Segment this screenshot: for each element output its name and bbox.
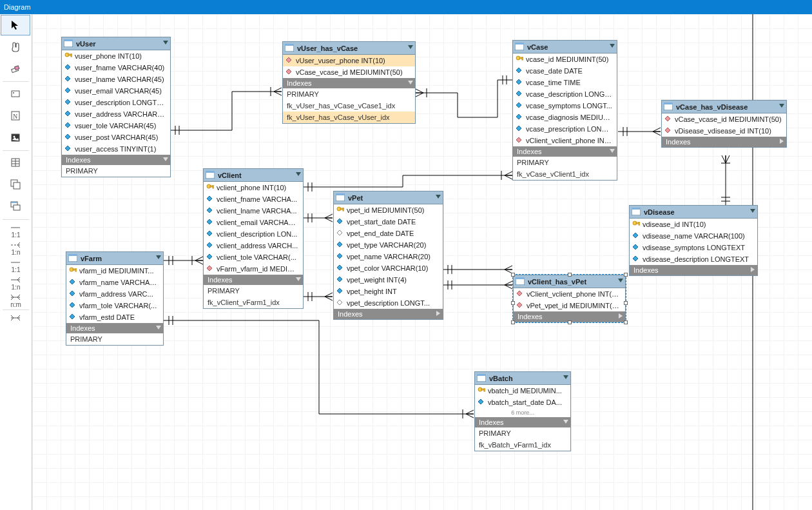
column[interactable]: vpet_weight INT(4) — [334, 274, 443, 286]
more-rows[interactable]: 6 more... — [475, 408, 570, 417]
entity-vclient-has-vpet[interactable]: vClient_has_vPet vClient_vclient_phone I… — [513, 275, 626, 322]
entity-header[interactable]: vClient — [204, 169, 303, 182]
column[interactable]: vdisease_name VARCHAR(100) — [630, 230, 757, 242]
entity-vpet[interactable]: vPet vpet_id MEDIUMINT(50)vpet_start_dat… — [333, 191, 443, 320]
column[interactable]: vuser_post VARCHAR(45) — [62, 132, 170, 143]
entity-vcase-has-vdisease[interactable]: vCase_has_vDisease vCase_vcase_id MEDIUM… — [661, 100, 787, 148]
column[interactable]: vcase_id MEDIUMINT(50) — [513, 54, 617, 65]
tool-pan[interactable] — [0, 36, 31, 58]
index-entry[interactable]: fk_vUser_has_vCase_vUser_idx — [283, 112, 415, 123]
entity-header[interactable]: vPet — [334, 191, 443, 204]
column[interactable]: vClient_vclient_phone INT(10) — [514, 288, 625, 300]
column[interactable]: vdisease_description LONGTEXT — [630, 253, 757, 265]
column[interactable]: vcase_date DATE — [513, 65, 617, 77]
section-indexes[interactable]: Indexes — [630, 265, 757, 275]
tool-view[interactable] — [0, 196, 31, 218]
section-indexes[interactable]: Indexes — [283, 78, 415, 88]
column[interactable]: vuser_address VARCHAR(100) — [62, 108, 170, 120]
column[interactable]: vclient_fname VARCHA... — [204, 193, 303, 205]
column[interactable]: vuser_access TINYINT(1) — [62, 143, 170, 155]
column[interactable]: vfarm_tole VARCHAR(... — [66, 300, 163, 311]
column[interactable]: vpet_description LONGT... — [334, 297, 443, 309]
tool-layer[interactable] — [0, 83, 31, 105]
column[interactable]: vclient_lname VARCHA... — [204, 205, 303, 217]
column[interactable]: vuser_email VARCHAR(45) — [62, 85, 170, 97]
index-entry[interactable]: fk_vUser_has_vCase_vCase1_idx — [283, 100, 415, 112]
tool-tables[interactable] — [0, 174, 31, 196]
entity-header[interactable]: vFarm — [66, 252, 163, 265]
column[interactable]: vfarm_name VARCHAR... — [66, 277, 163, 288]
column[interactable]: vcase_diagnosis MEDIUM... — [513, 112, 617, 123]
section-indexes[interactable]: Indexes — [204, 275, 303, 285]
entity-header[interactable]: vClient_has_vPet — [514, 275, 625, 288]
column[interactable]: vcase_prescription LONG... — [513, 123, 617, 135]
entity-vdisease[interactable]: vDisease vdisease_id INT(10)vdisease_nam… — [629, 205, 758, 276]
entity-vuser-has-vcase[interactable]: vUser_has_vCase vUser_vuser_phone INT(10… — [282, 41, 416, 124]
column[interactable]: vuser_lname VARCHAR(45) — [62, 74, 170, 85]
index-entry[interactable]: PRIMARY — [66, 333, 163, 345]
section-indexes[interactable]: Indexes — [334, 309, 443, 319]
column[interactable]: vbatch_id MEDIUMIN... — [475, 385, 570, 397]
section-indexes[interactable]: Indexes — [513, 146, 617, 157]
column[interactable]: vclient_address VARCH... — [204, 240, 303, 251]
entity-vclient[interactable]: vClient vclient_phone INT(10)vclient_fna… — [203, 168, 304, 309]
column[interactable]: vDisease_vdisease_id INT(10) — [662, 125, 786, 137]
entity-header[interactable]: vUser_has_vCase — [283, 42, 415, 55]
index-entry[interactable]: fk_vBatch_vFarm1_idx — [475, 439, 570, 451]
column[interactable]: vfarm_address VARC... — [66, 288, 163, 300]
entity-vfarm[interactable]: vFarm vfarm_id MEDIUMINT...vfarm_name VA… — [66, 251, 164, 346]
column[interactable]: vdisease_id INT(10) — [630, 219, 757, 230]
column[interactable]: vclient_email VARCHAR... — [204, 217, 303, 228]
section-indexes[interactable]: Indexes — [62, 155, 170, 165]
column[interactable]: vfarm_id MEDIUMINT... — [66, 265, 163, 277]
column[interactable]: vuser_phone INT(10) — [62, 50, 170, 62]
index-entry[interactable]: PRIMARY — [475, 427, 570, 439]
column[interactable]: vCase_vcase_id MEDIUMINT(50) — [283, 66, 415, 78]
column[interactable]: vcase_symptoms LONGT... — [513, 100, 617, 112]
column[interactable]: vFarm_vfarm_id MEDIUMI... — [204, 263, 303, 275]
column[interactable]: vfarm_estd DATE — [66, 311, 163, 323]
section-indexes[interactable]: Indexes — [66, 323, 163, 333]
entity-header[interactable]: vBatch — [475, 372, 570, 385]
tool-table[interactable] — [0, 152, 31, 174]
column[interactable]: vpet_start_date DATE — [334, 216, 443, 228]
entity-header[interactable]: vDisease — [630, 206, 757, 219]
entity-vbatch[interactable]: vBatch vbatch_id MEDIUMIN...vbatch_start… — [474, 371, 571, 451]
section-indexes[interactable]: Indexes — [662, 137, 786, 147]
entity-vcase[interactable]: vCase vcase_id MEDIUMINT(50)vcase_date D… — [512, 40, 617, 181]
column[interactable]: vPet_vpet_id MEDIUMINT(50) — [514, 300, 625, 311]
column[interactable]: vpet_type VARCHAR(20) — [334, 239, 443, 251]
diagram-canvas[interactable]: vUser vuser_phone INT(10)vuser_fname VAR… — [32, 14, 812, 510]
column[interactable]: vuser_fname VARCHAR(40) — [62, 62, 170, 74]
tool-note[interactable] — [0, 105, 31, 127]
entity-vuser[interactable]: vUser vuser_phone INT(10)vuser_fname VAR… — [61, 37, 171, 177]
entity-header[interactable]: vCase — [513, 41, 617, 54]
index-entry[interactable]: fk_vCase_vClient1_idx — [513, 168, 617, 180]
index-entry[interactable]: PRIMARY — [513, 157, 617, 168]
column[interactable]: vpet_name VARCHAR(20) — [334, 251, 443, 262]
column[interactable]: vcase_time TIME — [513, 77, 617, 88]
column[interactable]: vClient_vclient_phone INT(1... — [513, 135, 617, 146]
column[interactable]: vdisease_symptons LONGTEXT — [630, 242, 757, 253]
index-entry[interactable]: PRIMARY — [283, 88, 415, 100]
column[interactable]: vpet_height INT — [334, 286, 443, 297]
column[interactable]: vCase_vcase_id MEDIUMINT(50) — [662, 113, 786, 125]
entity-header[interactable]: vCase_has_vDisease — [662, 101, 786, 113]
column[interactable]: vUser_vuser_phone INT(10) — [283, 55, 415, 66]
column[interactable]: vuser_description LONGTEXT — [62, 97, 170, 108]
column[interactable]: vsuer_tole VARCHAR(45) — [62, 120, 170, 132]
column[interactable]: vbatch_start_date DA... — [475, 397, 570, 408]
column[interactable]: vclient_phone INT(10) — [204, 182, 303, 193]
column[interactable]: vpet_id MEDIUMINT(50) — [334, 204, 443, 216]
index-entry[interactable]: PRIMARY — [62, 165, 170, 177]
column[interactable]: vcase_description LONGT... — [513, 88, 617, 100]
column[interactable]: vclient_description LON... — [204, 228, 303, 240]
column[interactable]: vpet_color VARCHAR(10) — [334, 262, 443, 274]
tool-cursor[interactable] — [1, 15, 30, 35]
column[interactable]: vclient_tole VARCHAR(... — [204, 251, 303, 263]
section-indexes[interactable]: Indexes — [475, 417, 570, 427]
entity-header[interactable]: vUser — [62, 37, 170, 50]
tool-rel-extra[interactable] — [0, 311, 31, 324]
index-entry[interactable]: fk_vClient_vFarm1_idx — [204, 297, 303, 308]
tool-eraser[interactable] — [0, 58, 31, 80]
